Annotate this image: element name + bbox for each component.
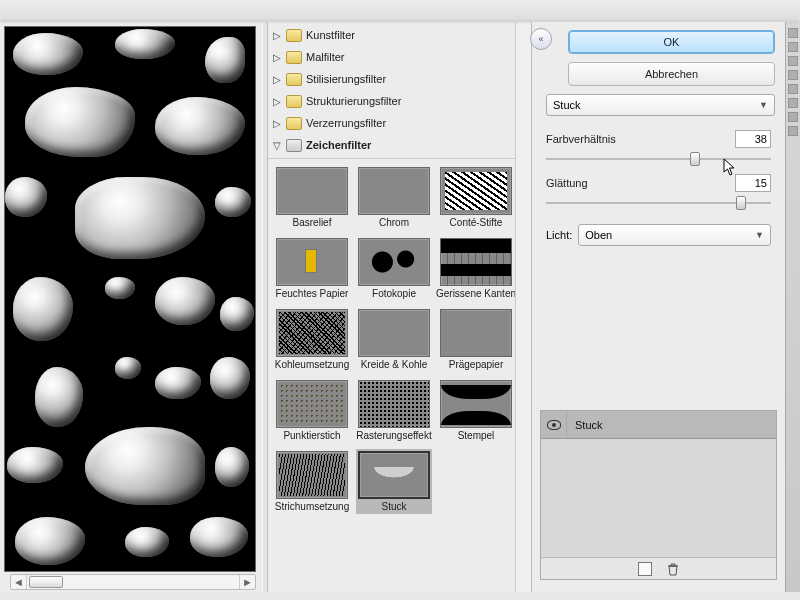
- light-row: Licht: Oben ▼: [546, 224, 771, 246]
- thumbnail-label: Kohleumsetzung: [275, 359, 350, 370]
- thumbnail-label: Stempel: [458, 430, 495, 441]
- preview-hscrollbar[interactable]: ◄ ►: [10, 574, 256, 590]
- param-glaettung: Glättung: [546, 174, 771, 210]
- eye-icon: [547, 420, 561, 430]
- thumbnail-image: [276, 451, 348, 499]
- filter-thumbnail[interactable]: Conté-Stifte: [438, 165, 514, 230]
- thumbnail-label: Feuchtes Papier: [276, 288, 349, 299]
- light-value: Oben: [585, 229, 612, 241]
- filter-category[interactable]: ▷Kunstfilter: [268, 24, 515, 46]
- cancel-button[interactable]: Abbrechen: [568, 62, 775, 86]
- filter-thumbnail[interactable]: Strichumsetzung: [274, 449, 350, 514]
- param-value-input[interactable]: [735, 174, 771, 192]
- chevron-down-icon: ▼: [759, 100, 768, 110]
- filter-thumbnail[interactable]: Gerissene Kanten: [438, 236, 514, 301]
- thumbnail-label: Chrom: [379, 217, 409, 228]
- param-label: Farbverhältnis: [546, 133, 616, 145]
- thumbnail-image: [276, 167, 348, 215]
- triangle-right-icon: ▷: [272, 118, 282, 129]
- thumbnail-image: [440, 309, 512, 357]
- filter-category[interactable]: ▷Strukturierungsfilter: [268, 90, 515, 112]
- effect-layer-row[interactable]: Stuck: [541, 411, 776, 439]
- filter-select-combo[interactable]: Stuck ▼: [546, 94, 775, 116]
- window-titlebar: [0, 0, 800, 22]
- thumbnail-label: Prägepapier: [449, 359, 503, 370]
- thumbnails-scroll[interactable]: BasreliefChromConté-StifteFeuchtes Papie…: [268, 159, 515, 592]
- light-label: Licht:: [546, 229, 572, 241]
- effect-layer-name: Stuck: [567, 419, 603, 431]
- folder-icon: [286, 139, 302, 152]
- param-farbverhaeltnis: Farbverhältnis: [546, 130, 771, 166]
- filter-thumbnail[interactable]: Punktierstich: [274, 378, 350, 443]
- thumbnail-image: [358, 380, 430, 428]
- category-label: Strukturierungsfilter: [306, 95, 401, 107]
- triangle-right-icon: ▷: [272, 96, 282, 107]
- param-slider[interactable]: [546, 196, 771, 210]
- filter-list-pane: ▷Kunstfilter▷Malfilter▷Stilisierungsfilt…: [268, 22, 532, 592]
- chevron-down-icon: ▼: [755, 230, 764, 240]
- preview-image[interactable]: [4, 26, 256, 572]
- filter-category[interactable]: ▷Malfilter: [268, 46, 515, 68]
- filter-category[interactable]: ▽Zeichenfilter: [268, 134, 515, 156]
- filter-category[interactable]: ▷Stilisierungsfilter: [268, 68, 515, 90]
- filter-thumbnail[interactable]: Basrelief: [274, 165, 350, 230]
- filter-thumbnail[interactable]: Rasterungseffekt: [356, 378, 432, 443]
- filter-thumbnail[interactable]: Kreide & Kohle: [356, 307, 432, 372]
- param-value-input[interactable]: [735, 130, 771, 148]
- preview-scroll-row: ◄ ►: [4, 572, 262, 592]
- filter-thumbnail[interactable]: Fotokopie: [356, 236, 432, 301]
- effect-layers-panel: Stuck: [540, 410, 777, 580]
- ok-button[interactable]: OK: [568, 30, 775, 54]
- thumbnail-image: [440, 167, 512, 215]
- category-label: Malfilter: [306, 51, 345, 63]
- filter-category[interactable]: ▷Verzerrungsfilter: [268, 112, 515, 134]
- thumbnail-image: [358, 238, 430, 286]
- filter-thumbnail[interactable]: Kohleumsetzung: [274, 307, 350, 372]
- thumbnail-image: [440, 238, 512, 286]
- param-slider[interactable]: [546, 152, 771, 166]
- right-dock: [785, 22, 800, 592]
- collapse-pane-icon[interactable]: «: [530, 28, 552, 50]
- thumbnail-label: Punktierstich: [283, 430, 340, 441]
- filter-thumbnail[interactable]: Feuchtes Papier: [274, 236, 350, 301]
- visibility-toggle[interactable]: [541, 411, 567, 438]
- thumbnail-image: [358, 309, 430, 357]
- param-label: Glättung: [546, 177, 588, 189]
- filter-thumbnail[interactable]: Stempel: [438, 378, 514, 443]
- thumbnail-label: Gerissene Kanten: [436, 288, 515, 299]
- delete-effect-layer-icon[interactable]: [666, 562, 680, 576]
- thumbnail-label: Rasterungseffekt: [356, 430, 431, 441]
- triangle-right-icon: ▷: [272, 52, 282, 63]
- category-label: Zeichenfilter: [306, 139, 371, 151]
- thumbnail-image: [358, 167, 430, 215]
- controls-pane: « OK Abbrechen Stuck ▼ Farbverhältnis Gl…: [532, 22, 785, 592]
- filter-vscrollbar[interactable]: [515, 22, 531, 592]
- category-label: Kunstfilter: [306, 29, 355, 41]
- filter-thumbnail[interactable]: Stuck: [356, 449, 432, 514]
- thumbnail-image: [440, 380, 512, 428]
- thumbnail-label: Conté-Stifte: [450, 217, 503, 228]
- scroll-thumb[interactable]: [29, 576, 63, 588]
- folder-icon: [286, 73, 302, 86]
- thumbnail-label: Kreide & Kohle: [361, 359, 428, 370]
- scroll-right-icon[interactable]: ►: [239, 575, 255, 589]
- folder-icon: [286, 51, 302, 64]
- preview-pane: ◄ ►: [0, 22, 262, 592]
- layers-footer: [541, 557, 776, 579]
- thumbnail-label: Fotokopie: [372, 288, 416, 299]
- folder-icon: [286, 29, 302, 42]
- thumbnail-label: Strichumsetzung: [275, 501, 349, 512]
- light-combo[interactable]: Oben ▼: [578, 224, 771, 246]
- filter-category-list: ▷Kunstfilter▷Malfilter▷Stilisierungsfilt…: [268, 22, 515, 159]
- filter-thumbnail[interactable]: Prägepapier: [438, 307, 514, 372]
- filter-thumbnail[interactable]: Chrom: [356, 165, 432, 230]
- thumbnail-image: [276, 238, 348, 286]
- thumbnail-grid: BasreliefChromConté-StifteFeuchtes Papie…: [274, 165, 513, 514]
- triangle-down-icon: ▽: [272, 140, 282, 151]
- scroll-left-icon[interactable]: ◄: [11, 575, 27, 589]
- folder-icon: [286, 117, 302, 130]
- new-effect-layer-icon[interactable]: [638, 562, 652, 576]
- triangle-right-icon: ▷: [272, 74, 282, 85]
- thumbnail-image: [276, 309, 348, 357]
- folder-icon: [286, 95, 302, 108]
